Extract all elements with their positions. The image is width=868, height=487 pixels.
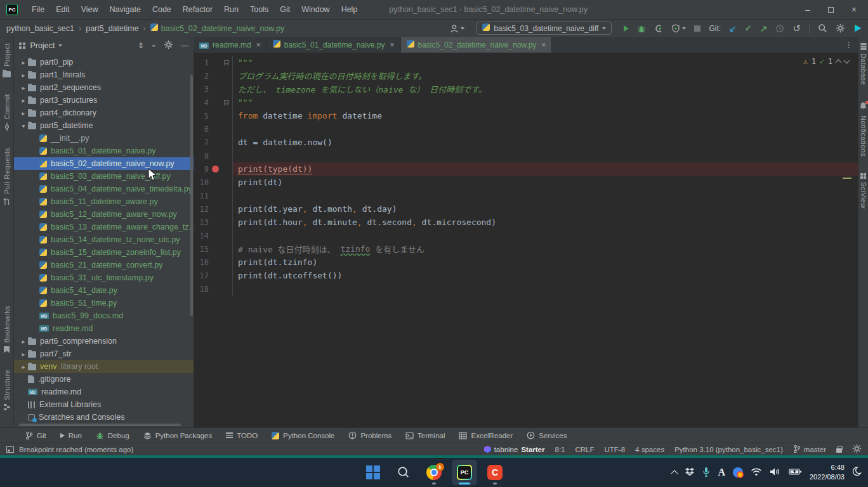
tree-item[interactable]: basic5_11_datetime_aware.py <box>14 195 194 208</box>
caret-position[interactable]: 8:1 <box>555 446 565 453</box>
tree-item[interactable]: ▾part5_datetime <box>14 119 194 132</box>
gutter[interactable]: 3 <box>194 82 233 96</box>
project-vertical-scrollbar[interactable] <box>190 75 193 316</box>
lock-icon[interactable] <box>836 448 842 453</box>
chrome-button[interactable]: k <box>421 460 447 485</box>
breadcrumb-item[interactable]: part5_datetime <box>86 24 138 33</box>
tree-item[interactable]: basic5_31_utc_timestamp.py <box>14 271 194 284</box>
chevron-right-icon[interactable]: ▸ <box>19 363 28 370</box>
tree-item[interactable]: Scratches and Consoles <box>14 411 194 424</box>
indent-setting[interactable]: 4 spaces <box>635 446 664 453</box>
panel-settings-icon[interactable] <box>164 40 173 51</box>
push-button[interactable]: ↗ <box>760 23 768 34</box>
gutter[interactable]: 9 <box>194 162 233 176</box>
tree-item[interactable]: basic5_12_datetime_aware_now.py <box>14 208 194 221</box>
tree-item[interactable]: basic5_51_time.py <box>14 297 194 309</box>
tool-stripe-structure[interactable]: Structure <box>3 370 11 411</box>
menu-item-help[interactable]: Help <box>336 3 363 16</box>
gutter[interactable]: 13 <box>194 216 233 229</box>
menu-item-view[interactable]: View <box>76 3 103 16</box>
chevron-right-icon[interactable]: ▸ <box>19 338 28 345</box>
menu-item-navigate[interactable]: Navigate <box>105 3 146 16</box>
run-config-selector[interactable]: basic5_03_datetime_naive_diff <box>477 22 612 35</box>
menu-item-window[interactable]: Window <box>296 3 334 16</box>
fold-marker-icon[interactable] <box>224 100 229 105</box>
menu-item-run[interactable]: Run <box>219 3 244 16</box>
tool-stripe-notifications[interactable]: Notifications <box>859 101 867 157</box>
toolwindow-services[interactable]: Services <box>520 428 573 443</box>
history-button[interactable] <box>775 24 784 33</box>
menu-item-refactor[interactable]: Refactor <box>178 3 218 16</box>
inspections-widget[interactable]: ⚠ 1 ✓ 1 <box>803 57 849 66</box>
dropbox-icon[interactable] <box>685 467 695 478</box>
gutter[interactable]: 8 <box>194 149 233 162</box>
fold-slot[interactable] <box>221 60 232 65</box>
gutter[interactable]: 5 <box>194 109 233 122</box>
tree-item[interactable]: ▸part7_str <box>14 347 194 360</box>
gutter[interactable]: 1 <box>194 56 233 69</box>
breadcrumb-file[interactable]: basic5_02_datetime_naive_now.py <box>150 23 285 33</box>
collapse-all-icon[interactable]: ⌁ <box>152 41 156 50</box>
tree-item[interactable]: ▸part2_sequences <box>14 81 194 94</box>
search-everywhere-button[interactable] <box>818 23 827 33</box>
tree-item[interactable]: ▸venvlibrary root <box>14 360 194 373</box>
tree-item[interactable]: ▸part1_literals <box>14 68 194 81</box>
chevron-right-icon[interactable]: ▸ <box>19 72 28 79</box>
tool-stripe-bookmarks[interactable]: Bookmarks <box>3 306 11 353</box>
tree-item[interactable]: .gitignore <box>14 373 194 386</box>
fold-slot[interactable] <box>221 100 232 105</box>
project-view-selector[interactable]: Project <box>30 41 55 50</box>
tree-item[interactable]: __init__.py <box>14 132 194 145</box>
git-branch-widget[interactable]: master <box>793 445 826 455</box>
profile-button[interactable] <box>654 24 663 33</box>
maximize-button[interactable] <box>828 7 834 13</box>
tree-item[interactable]: basic5_02_datetime_naive_now.py <box>14 157 194 170</box>
tree-item[interactable]: basic5_04_datetime_naive_timedelta.py <box>14 183 194 195</box>
gutter[interactable]: 17 <box>194 269 233 282</box>
breakpoint-slot[interactable] <box>209 166 221 172</box>
project-horizontal-scrollbar[interactable] <box>19 424 181 426</box>
toolwindow-todo[interactable]: TODO <box>220 428 264 443</box>
tabnine-widget[interactable]: tabnine Starter <box>484 446 545 453</box>
expand-all-icon[interactable]: ⇕ <box>138 41 144 50</box>
settings-button[interactable] <box>836 23 845 33</box>
chevron-right-icon[interactable]: ▸ <box>19 351 28 358</box>
tool-stripe-database[interactable]: Database <box>860 43 867 85</box>
breakpoint-icon[interactable] <box>212 166 219 172</box>
gutter[interactable]: 15 <box>194 242 233 256</box>
stop-button[interactable] <box>694 25 700 32</box>
gutter[interactable]: 10 <box>194 176 233 189</box>
file-encoding[interactable]: UTF-8 <box>605 446 626 453</box>
pycharm-taskbar-button[interactable]: PC <box>452 460 477 485</box>
tree-item[interactable]: basic5_15_datetime_zoneinfo_list.py <box>14 246 194 259</box>
tray-expand-icon[interactable] <box>671 470 678 477</box>
toolwindow-python-console[interactable]: Python Console <box>265 428 341 443</box>
tree-item[interactable]: External Libraries <box>14 398 194 411</box>
tab-readme.md[interactable]: MDreadme.md× <box>194 37 267 53</box>
toolwindow-python-packages[interactable]: Python Packages <box>137 428 219 443</box>
gutter[interactable]: 11 <box>194 189 233 202</box>
tool-stripe-sciview[interactable]: SciView <box>860 173 867 209</box>
tool-stripe-pull-requests[interactable]: Pull Requests <box>3 148 11 205</box>
chevron-down-icon[interactable]: ▾ <box>19 122 28 129</box>
prev-issue-icon[interactable] <box>836 60 842 66</box>
tree-item[interactable]: basic5_01_datetime_naive.py <box>14 145 194 157</box>
tree-item[interactable]: MDbasic5_99_docs.md <box>14 309 194 322</box>
gutter[interactable]: 12 <box>194 202 233 216</box>
python-interpreter[interactable]: Python 3.10 (python_basic_sec1) <box>674 446 783 453</box>
gutter[interactable]: 2 <box>194 69 233 82</box>
tab-close-icon[interactable]: × <box>256 41 261 49</box>
menu-item-git[interactable]: Git <box>275 3 295 16</box>
start-button[interactable] <box>360 460 386 485</box>
camtasia-button[interactable]: C <box>482 460 508 485</box>
tree-item[interactable]: MDreadme.md <box>14 322 194 335</box>
tree-item[interactable]: ▸part3_structures <box>14 94 194 107</box>
tree-item[interactable]: ▸part0_pip <box>14 56 194 68</box>
tab-basic5_01_datetime_naive.py[interactable]: basic5_01_datetime_naive.py× <box>267 37 401 53</box>
chevron-right-icon[interactable]: ▸ <box>19 110 28 117</box>
coverage-button[interactable] <box>671 24 686 33</box>
run-button[interactable] <box>624 25 629 32</box>
update-project-button[interactable]: ↙ <box>729 23 737 34</box>
tree-item[interactable]: ▸part6_comprehension <box>14 335 194 347</box>
tree-item[interactable]: ▸part4_dictionary <box>14 107 194 119</box>
